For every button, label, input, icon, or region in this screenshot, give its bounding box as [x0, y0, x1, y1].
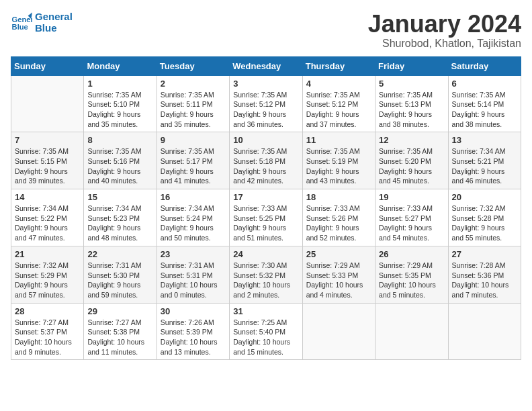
day-number: 25: [306, 249, 371, 259]
day-info: Sunrise: 7:29 AM Sunset: 5:33 PM Dayligh…: [306, 261, 371, 300]
calendar-cell: [448, 303, 521, 360]
calendar-cell: 4Sunrise: 7:35 AM Sunset: 5:12 PM Daylig…: [302, 75, 375, 132]
title-area: January 2024 Shurobod, Khatlon, Tajikist…: [368, 11, 521, 50]
day-number: 22: [87, 249, 152, 259]
day-info: Sunrise: 7:34 AM Sunset: 5:21 PM Dayligh…: [452, 146, 517, 186]
day-info: Sunrise: 7:35 AM Sunset: 5:12 PM Dayligh…: [306, 90, 371, 130]
day-info: Sunrise: 7:25 AM Sunset: 5:40 PM Dayligh…: [233, 318, 298, 357]
day-info: Sunrise: 7:33 AM Sunset: 5:27 PM Dayligh…: [379, 203, 444, 243]
calendar-cell: 26Sunrise: 7:29 AM Sunset: 5:35 PM Dayli…: [375, 246, 448, 303]
day-header-wednesday: Wednesday: [230, 56, 302, 75]
day-number: 10: [233, 135, 298, 145]
day-info: Sunrise: 7:27 AM Sunset: 5:38 PM Dayligh…: [87, 318, 152, 357]
calendar-cell: [11, 75, 84, 132]
calendar-table: SundayMondayTuesdayWednesdayThursdayFrid…: [11, 56, 521, 361]
calendar-cell: 24Sunrise: 7:30 AM Sunset: 5:32 PM Dayli…: [230, 246, 302, 303]
calendar-cell: 20Sunrise: 7:32 AM Sunset: 5:28 PM Dayli…: [448, 189, 521, 246]
day-header-sunday: Sunday: [11, 56, 84, 75]
calendar-cell: 31Sunrise: 7:25 AM Sunset: 5:40 PM Dayli…: [230, 303, 302, 360]
week-row-2: 7Sunrise: 7:35 AM Sunset: 5:15 PM Daylig…: [11, 132, 521, 189]
day-number: 1: [87, 79, 152, 89]
day-info: Sunrise: 7:35 AM Sunset: 5:13 PM Dayligh…: [379, 90, 444, 130]
logo-blue: Blue: [35, 22, 73, 34]
calendar-cell: 3Sunrise: 7:35 AM Sunset: 5:12 PM Daylig…: [230, 75, 302, 132]
week-row-5: 28Sunrise: 7:27 AM Sunset: 5:37 PM Dayli…: [11, 303, 521, 360]
calendar-cell: 13Sunrise: 7:34 AM Sunset: 5:21 PM Dayli…: [448, 132, 521, 189]
day-info: Sunrise: 7:35 AM Sunset: 5:15 PM Dayligh…: [15, 146, 80, 186]
day-info: Sunrise: 7:29 AM Sunset: 5:35 PM Dayligh…: [379, 261, 444, 300]
day-number: 11: [306, 135, 371, 145]
day-info: Sunrise: 7:28 AM Sunset: 5:36 PM Dayligh…: [452, 261, 517, 300]
day-number: 7: [15, 135, 80, 145]
day-info: Sunrise: 7:31 AM Sunset: 5:31 PM Dayligh…: [161, 261, 226, 300]
week-row-1: 1Sunrise: 7:35 AM Sunset: 5:10 PM Daylig…: [11, 75, 521, 132]
calendar-cell: 23Sunrise: 7:31 AM Sunset: 5:31 PM Dayli…: [157, 246, 229, 303]
day-number: 8: [87, 135, 152, 145]
day-number: 14: [15, 192, 80, 202]
day-number: 3: [233, 79, 298, 89]
calendar-title: January 2024: [368, 11, 521, 38]
day-number: 24: [233, 249, 298, 259]
day-number: 5: [379, 79, 444, 89]
calendar-cell: 19Sunrise: 7:33 AM Sunset: 5:27 PM Dayli…: [375, 189, 448, 246]
logo-icon: General Blue: [11, 11, 32, 33]
calendar-cell: 22Sunrise: 7:31 AM Sunset: 5:30 PM Dayli…: [84, 246, 157, 303]
calendar-cell: 18Sunrise: 7:33 AM Sunset: 5:26 PM Dayli…: [302, 189, 375, 246]
day-info: Sunrise: 7:34 AM Sunset: 5:23 PM Dayligh…: [87, 203, 152, 243]
calendar-cell: 2Sunrise: 7:35 AM Sunset: 5:11 PM Daylig…: [157, 75, 229, 132]
day-info: Sunrise: 7:34 AM Sunset: 5:24 PM Dayligh…: [161, 203, 226, 243]
day-number: 27: [452, 249, 517, 259]
day-info: Sunrise: 7:34 AM Sunset: 5:22 PM Dayligh…: [15, 203, 80, 243]
calendar-cell: 14Sunrise: 7:34 AM Sunset: 5:22 PM Dayli…: [11, 189, 84, 246]
day-header-thursday: Thursday: [302, 56, 375, 75]
day-info: Sunrise: 7:35 AM Sunset: 5:11 PM Dayligh…: [161, 90, 226, 130]
day-number: 21: [15, 249, 80, 259]
day-info: Sunrise: 7:35 AM Sunset: 5:12 PM Dayligh…: [233, 90, 298, 130]
day-number: 31: [233, 306, 298, 316]
calendar-cell: 16Sunrise: 7:34 AM Sunset: 5:24 PM Dayli…: [157, 189, 229, 246]
day-info: Sunrise: 7:32 AM Sunset: 5:29 PM Dayligh…: [15, 261, 80, 300]
day-info: Sunrise: 7:35 AM Sunset: 5:20 PM Dayligh…: [379, 146, 444, 186]
day-info: Sunrise: 7:33 AM Sunset: 5:25 PM Dayligh…: [233, 203, 298, 243]
header: General Blue General Blue January 2024 S…: [11, 11, 521, 50]
day-number: 2: [161, 79, 226, 89]
calendar-cell: 1Sunrise: 7:35 AM Sunset: 5:10 PM Daylig…: [84, 75, 157, 132]
calendar-cell: 17Sunrise: 7:33 AM Sunset: 5:25 PM Dayli…: [230, 189, 302, 246]
calendar-cell: 6Sunrise: 7:35 AM Sunset: 5:14 PM Daylig…: [448, 75, 521, 132]
calendar-cell: 8Sunrise: 7:35 AM Sunset: 5:16 PM Daylig…: [84, 132, 157, 189]
day-info: Sunrise: 7:26 AM Sunset: 5:39 PM Dayligh…: [161, 318, 226, 357]
calendar-cell: 21Sunrise: 7:32 AM Sunset: 5:29 PM Dayli…: [11, 246, 84, 303]
calendar-cell: 12Sunrise: 7:35 AM Sunset: 5:20 PM Dayli…: [375, 132, 448, 189]
calendar-cell: 25Sunrise: 7:29 AM Sunset: 5:33 PM Dayli…: [302, 246, 375, 303]
day-number: 19: [379, 192, 444, 202]
day-info: Sunrise: 7:32 AM Sunset: 5:28 PM Dayligh…: [452, 203, 517, 243]
day-number: 6: [452, 79, 517, 89]
day-number: 13: [452, 135, 517, 145]
day-number: 12: [379, 135, 444, 145]
week-row-3: 14Sunrise: 7:34 AM Sunset: 5:22 PM Dayli…: [11, 189, 521, 246]
day-number: 29: [87, 306, 152, 316]
day-info: Sunrise: 7:31 AM Sunset: 5:30 PM Dayligh…: [87, 261, 152, 300]
logo: General Blue General Blue: [11, 11, 73, 34]
calendar-cell: 11Sunrise: 7:35 AM Sunset: 5:19 PM Dayli…: [302, 132, 375, 189]
day-number: 18: [306, 192, 371, 202]
day-info: Sunrise: 7:35 AM Sunset: 5:10 PM Dayligh…: [87, 90, 152, 130]
calendar-cell: 15Sunrise: 7:34 AM Sunset: 5:23 PM Dayli…: [84, 189, 157, 246]
day-number: 20: [452, 192, 517, 202]
calendar-cell: 28Sunrise: 7:27 AM Sunset: 5:37 PM Dayli…: [11, 303, 84, 360]
day-info: Sunrise: 7:35 AM Sunset: 5:18 PM Dayligh…: [233, 146, 298, 186]
day-number: 30: [161, 306, 226, 316]
day-info: Sunrise: 7:30 AM Sunset: 5:32 PM Dayligh…: [233, 261, 298, 300]
week-row-4: 21Sunrise: 7:32 AM Sunset: 5:29 PM Dayli…: [11, 246, 521, 303]
day-info: Sunrise: 7:35 AM Sunset: 5:17 PM Dayligh…: [161, 146, 226, 186]
day-header-saturday: Saturday: [448, 56, 521, 75]
calendar-cell: [302, 303, 375, 360]
calendar-cell: 10Sunrise: 7:35 AM Sunset: 5:18 PM Dayli…: [230, 132, 302, 189]
day-number: 28: [15, 306, 80, 316]
calendar-cell: [375, 303, 448, 360]
days-header-row: SundayMondayTuesdayWednesdayThursdayFrid…: [11, 56, 521, 75]
day-number: 23: [161, 249, 226, 259]
svg-text:Blue: Blue: [12, 23, 28, 31]
day-number: 4: [306, 79, 371, 89]
calendar-cell: 9Sunrise: 7:35 AM Sunset: 5:17 PM Daylig…: [157, 132, 229, 189]
